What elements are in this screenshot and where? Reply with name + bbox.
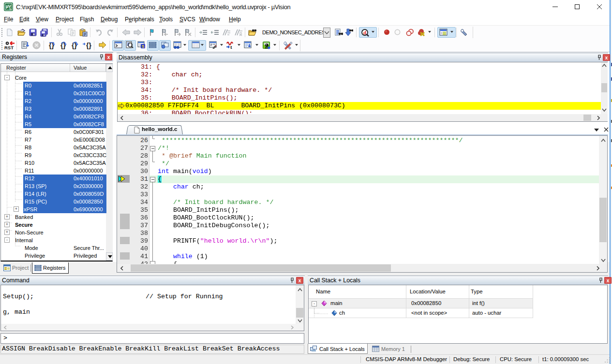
svg-text:{}: {} xyxy=(86,42,91,49)
svg-text:S: S xyxy=(141,44,144,49)
svg-text:d: d xyxy=(363,29,366,35)
svg-text:RST: RST xyxy=(4,45,14,50)
svg-text:t: t xyxy=(230,44,232,49)
